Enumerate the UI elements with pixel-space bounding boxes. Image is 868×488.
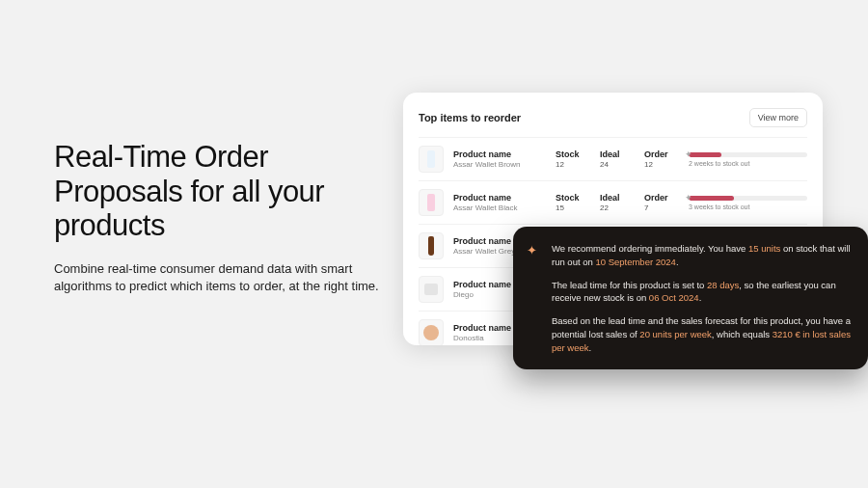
order-value: 7 (644, 203, 679, 213)
product-thumb (419, 319, 444, 345)
tooltip-line-1: We recommend ordering immediately. You h… (552, 242, 851, 269)
ideal-value: 24 (600, 160, 635, 170)
col-ideal-header: Ideal (600, 149, 635, 160)
sparkle-icon: ✦ (527, 242, 537, 260)
view-more-button[interactable]: View more (749, 108, 807, 127)
order-value: 12 (644, 160, 679, 170)
product-name: Assar Wallet Brown (453, 160, 546, 170)
tooltip-line-2: The lead time for this product is set to… (552, 279, 851, 306)
product-thumb (419, 189, 444, 216)
ideal-value: 22 (600, 203, 635, 213)
page-headline: Real-Time Order Proposals for all your p… (54, 140, 382, 243)
recommendation-tooltip: ✦ We recommend ordering immediately. You… (513, 227, 868, 369)
product-thumb (419, 232, 444, 259)
stockout-caption: 2 weeks to stock out (689, 160, 807, 167)
stock-value: 15 (556, 203, 590, 213)
sparkle-icon: ✦ (685, 193, 692, 203)
col-product-header: Product name (453, 193, 546, 203)
col-product-header: Product name (453, 149, 546, 160)
sparkle-icon: ✦ (685, 149, 692, 159)
product-thumb (419, 146, 444, 173)
table-row[interactable]: Product name Assar Wallet Black Stock 15… (419, 180, 807, 224)
stockout-bar (689, 196, 807, 201)
tooltip-line-3: Based on the lead time and the sales for… (552, 314, 851, 354)
page-subcopy: Combine real-time consumer demand data w… (54, 260, 382, 295)
col-stock-header: Stock (556, 193, 590, 203)
col-order-header: Order (644, 193, 679, 203)
col-order-header: Order (644, 149, 679, 160)
card-title: Top items to reorder (419, 112, 521, 123)
col-stock-header: Stock (556, 149, 590, 160)
table-row[interactable]: Product name Assar Wallet Brown Stock 12… (419, 137, 807, 180)
product-thumb (419, 276, 444, 303)
stock-value: 12 (556, 160, 590, 170)
stockout-bar (689, 152, 807, 157)
product-name: Assar Wallet Black (453, 203, 546, 213)
stockout-caption: 3 weeks to stock out (689, 203, 807, 210)
col-ideal-header: Ideal (600, 193, 635, 203)
